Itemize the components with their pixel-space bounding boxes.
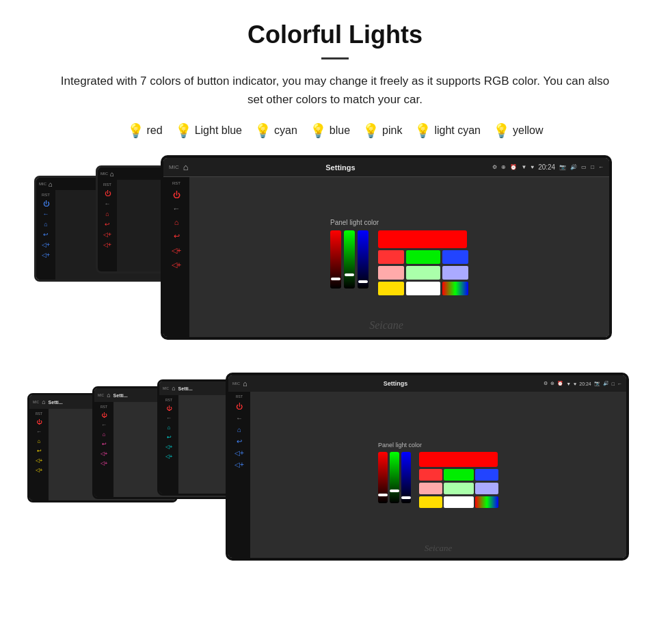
bottom-main-header: MIC ⌂ Settings ⚙ ⊕ ⏰ ▼ ♥ 20:24 📷 🔊 □ ← xyxy=(228,375,626,392)
swatch-pink[interactable] xyxy=(378,266,404,280)
vol1-bm: ◁+ xyxy=(234,449,244,457)
wifi-icon-top: ⊕ xyxy=(501,164,506,170)
lightblue-bulb-icon: 💡 xyxy=(175,122,192,139)
green-slider[interactable] xyxy=(344,230,355,289)
color-label-pink: pink xyxy=(382,124,402,137)
home-icon-d1: ⌂ xyxy=(110,170,114,178)
sb-back-top: ← xyxy=(173,204,180,213)
screen-content-top: MIC ⌂ Settings ⚙ ⊕ ⏰ ▼ ♥ 20:24 📷 🔊 ▭ □ ← xyxy=(163,158,609,337)
color-row-3 xyxy=(378,282,468,295)
panel-label-bm: Panel light color xyxy=(378,442,422,448)
ms3-vol1: ◁+ xyxy=(165,444,173,450)
ms1-back: ← xyxy=(36,429,42,435)
sw-white-bm[interactable] xyxy=(444,496,474,508)
green-slider-bm[interactable] xyxy=(390,452,399,503)
sw-lg-bm[interactable] xyxy=(444,483,474,494)
red-slider-handle xyxy=(331,278,340,280)
watermark-top: Seicane xyxy=(369,319,403,332)
lightcyan-bulb-icon: 💡 xyxy=(414,122,431,139)
color-item-lightcyan: 💡 light cyan xyxy=(414,122,481,139)
red-slider[interactable] xyxy=(330,230,341,289)
vol-icon-d2: ◁+ xyxy=(42,241,50,248)
blue-slider-bm[interactable] xyxy=(401,452,411,503)
box1-icon-top: ▭ xyxy=(581,164,587,170)
swatch-white[interactable] xyxy=(406,282,440,295)
blue-handle-bm xyxy=(401,496,411,499)
home-icon-d2: ⌂ xyxy=(49,180,53,188)
color-label-lightblue: Light blue xyxy=(195,124,242,137)
cyan-bulb-icon: 💡 xyxy=(254,122,271,139)
home-top: ⌂ xyxy=(183,162,189,172)
camera-bm: 📷 xyxy=(594,381,600,386)
color-row-2 xyxy=(378,266,468,280)
sw-green-bm[interactable] xyxy=(444,469,474,481)
mic-top: MIC xyxy=(169,164,179,170)
bottom-device-stack: MIC ⌂ Setti... RST ⏻ ← ⌂ ↩ ◁+ ◁+ xyxy=(27,373,643,578)
swatch-blue[interactable] xyxy=(442,250,468,264)
rst-s2: RST xyxy=(100,405,107,409)
home-s2: ⌂ xyxy=(107,392,110,399)
color-label-lightcyan: light cyan xyxy=(434,124,481,137)
heart-icon-top: ♥ xyxy=(531,164,534,170)
green-slider-handle xyxy=(345,273,354,276)
settings-title-bm: Settings xyxy=(250,380,541,387)
home-bm: ⌂ xyxy=(243,379,247,388)
sw-lb-bm[interactable] xyxy=(475,483,498,494)
vol2-icon-d2: ◁+ xyxy=(42,252,50,258)
home2-bm: ⌂ xyxy=(237,426,241,433)
swatch-red[interactable] xyxy=(378,250,404,264)
mini-sidebar-1: RST ⏻ ← ⌂ ↩ ◁+ ◁+ xyxy=(29,409,49,500)
rst-s1: RST xyxy=(36,412,42,416)
panel-label-top: Panel light color xyxy=(330,219,379,226)
sw-red-bm[interactable] xyxy=(419,469,442,481)
ret-bm: ↩ xyxy=(237,438,242,445)
top-device-stack: MIC ⌂ RST ⏻ ← ⌂ ↩ ◁+ ◁+ xyxy=(34,155,636,360)
green-handle-bm xyxy=(390,489,399,492)
swatch-lightblue[interactable] xyxy=(442,266,468,280)
rst-d1: RST xyxy=(103,183,111,187)
swatch-rainbow[interactable] xyxy=(442,282,468,295)
blue-slider-handle xyxy=(358,280,368,283)
camera-icon-top: 📷 xyxy=(559,164,566,170)
mic-s3: MIC xyxy=(163,386,169,390)
sb-power-top: ⏻ xyxy=(173,191,180,199)
back-bm: ← xyxy=(617,381,622,386)
vol-icon-d1: ◁+ xyxy=(103,231,111,238)
main-bottom-screen: MIC ⌂ Settings ⚙ ⊕ ⏰ ▼ ♥ 20:24 📷 🔊 □ ← xyxy=(228,375,626,558)
sb-home-top: ⌂ xyxy=(174,218,179,226)
color-labels: 💡 red 💡 Light blue 💡 cyan 💡 blue 💡 pink … xyxy=(27,122,643,139)
mic-label-d1: MIC xyxy=(100,172,108,176)
color-grid-section xyxy=(378,230,468,295)
screen-header-top: MIC ⌂ Settings ⚙ ⊕ ⏰ ▼ ♥ 20:24 📷 🔊 ▭ □ ← xyxy=(163,158,609,177)
swatch-green[interactable] xyxy=(406,250,440,264)
ms3-vol2: ◁+ xyxy=(165,453,173,459)
ms1-home: ⌂ xyxy=(38,438,41,444)
ms2-power: ⏻ xyxy=(101,412,107,418)
panel-controls xyxy=(330,230,468,295)
ms3-back: ← xyxy=(166,415,172,421)
page-description: Integrated with 7 colors of button indic… xyxy=(55,72,615,109)
selected-bar-bm[interactable] xyxy=(419,452,498,467)
sb-vol1-top: ◁+ xyxy=(172,246,181,255)
sw-rainbow-bm[interactable] xyxy=(475,496,498,508)
color-item-cyan: 💡 cyan xyxy=(254,122,297,139)
bottom-main-body: RST ⏻ ← ⌂ ↩ ◁+ ◁+ Panel light color xyxy=(228,392,626,558)
ms3-power: ⏻ xyxy=(166,405,172,412)
ms1-vol1: ◁+ xyxy=(36,457,43,464)
swatch-lightgreen[interactable] xyxy=(406,266,440,280)
arrow-icon-d2: ← xyxy=(43,211,49,217)
blue-slider[interactable] xyxy=(358,230,368,289)
rgb-sliders xyxy=(330,230,368,289)
box2-icon-top: □ xyxy=(591,164,594,170)
selected-color-bar[interactable] xyxy=(378,230,467,248)
sw-pink-bm[interactable] xyxy=(419,483,442,494)
sw-blue-bm[interactable] xyxy=(475,469,498,481)
power-icon-d2: ⏻ xyxy=(43,200,49,207)
mic-s2: MIC xyxy=(98,393,104,397)
cr3-bm xyxy=(419,496,498,508)
sw-yellow-bm[interactable] xyxy=(419,496,442,508)
ms2-vol2: ◁+ xyxy=(100,460,108,466)
cr2-bm xyxy=(419,483,498,494)
swatch-yellow[interactable] xyxy=(378,282,404,295)
red-slider-bm[interactable] xyxy=(378,452,388,503)
